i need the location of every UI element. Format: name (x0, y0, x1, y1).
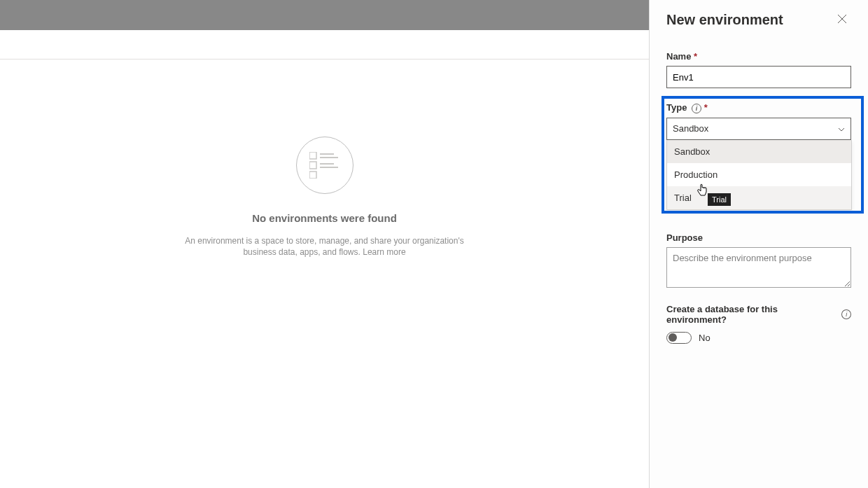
info-icon[interactable]: i (692, 104, 701, 113)
name-input[interactable] (666, 66, 851, 88)
database-toggle-value: No (699, 333, 710, 343)
name-field-group: Name * (666, 51, 851, 88)
name-label-text: Name (666, 51, 691, 62)
database-field-group: Create a database for this environment? … (666, 304, 851, 344)
type-option-trial-label: Trial (674, 193, 692, 203)
empty-state-description: An environment is a space to store, mana… (171, 235, 479, 258)
empty-state-title: No environments were found (252, 212, 397, 224)
type-option-production[interactable]: Production (667, 163, 851, 186)
empty-desc-text: An environment is a space to store, mana… (185, 236, 464, 257)
svg-rect-4 (320, 163, 334, 165)
type-dropdown: Sandbox Production Trial Trial (666, 140, 852, 210)
name-label: Name * (666, 51, 851, 62)
info-icon[interactable]: i (841, 309, 851, 319)
database-label-row: Create a database for this environment? … (666, 304, 851, 325)
type-label-text: Type (666, 102, 687, 113)
trial-tooltip: Trial (708, 193, 731, 206)
purpose-label: Purpose (666, 232, 851, 243)
new-environment-panel: New environment Name * Type i * Sandbox (649, 0, 868, 488)
svg-rect-2 (320, 157, 338, 158)
svg-rect-5 (320, 167, 338, 168)
chevron-down-icon (838, 125, 845, 133)
learn-more-link[interactable]: Learn more (363, 247, 405, 257)
required-indicator: * (694, 51, 697, 62)
svg-rect-1 (320, 153, 334, 155)
database-toggle-row: No (666, 332, 851, 344)
panel-header: New environment (666, 10, 851, 30)
command-bar (0, 30, 649, 60)
type-option-trial[interactable]: Trial Trial (667, 186, 851, 209)
required-indicator: * (704, 102, 708, 113)
svg-rect-6 (309, 172, 316, 179)
database-label: Create a database for this environment? (666, 304, 836, 325)
purpose-field-group: Purpose (666, 232, 851, 290)
purpose-textarea[interactable] (666, 247, 851, 288)
svg-rect-3 (309, 162, 316, 169)
list-icon (309, 152, 340, 179)
close-button[interactable] (833, 10, 851, 30)
close-icon (837, 14, 847, 24)
type-select[interactable]: Sandbox (666, 118, 851, 140)
svg-rect-0 (309, 152, 316, 159)
top-bar (0, 0, 649, 30)
type-option-sandbox[interactable]: Sandbox (667, 140, 851, 163)
database-toggle[interactable] (666, 332, 692, 344)
type-label: Type i * (666, 102, 851, 113)
empty-state-illustration (296, 137, 354, 194)
type-selected-value: Sandbox (673, 123, 708, 134)
panel-title: New environment (666, 12, 783, 28)
main-content: No environments were found An environmen… (0, 60, 649, 258)
type-field-group: Type i * Sandbox Sandbox Production Tria… (666, 102, 851, 140)
type-select-wrap: Sandbox Sandbox Production Trial Trial (666, 118, 851, 140)
